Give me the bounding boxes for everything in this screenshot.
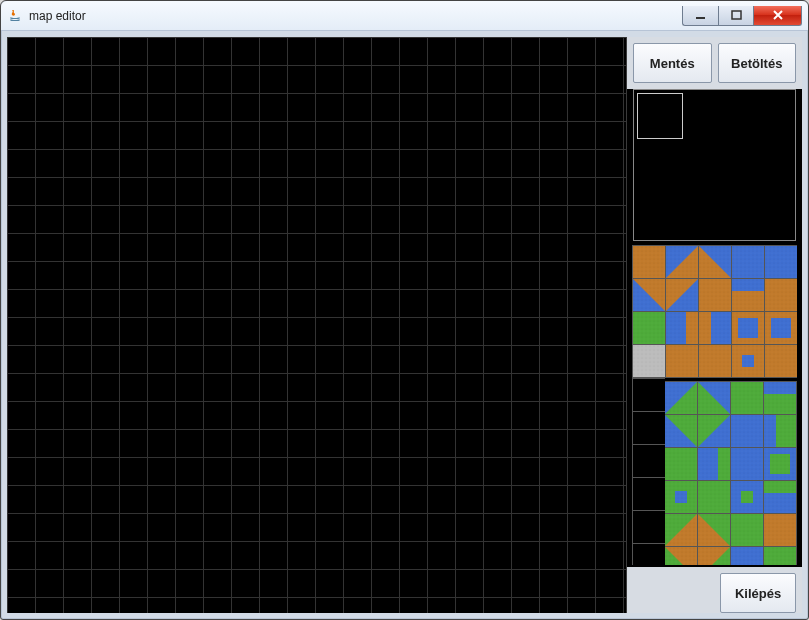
svg-rect-83 <box>764 448 796 480</box>
svg-rect-112 <box>731 547 763 565</box>
tile-blue-tri-tr[interactable] <box>699 246 731 278</box>
svg-rect-40 <box>765 312 797 344</box>
svg-rect-59 <box>731 382 763 414</box>
svg-rect-97 <box>665 514 697 546</box>
empty-tile-slot <box>633 445 665 477</box>
svg-rect-110 <box>698 547 730 565</box>
tile-blue-full[interactable] <box>731 448 763 480</box>
svg-rect-62 <box>764 382 796 414</box>
svg-rect-75 <box>665 448 697 480</box>
tile-green-tri-tl[interactable] <box>665 514 697 546</box>
svg-rect-51 <box>765 345 797 377</box>
tile-green-full[interactable] <box>665 448 697 480</box>
svg-rect-70 <box>731 415 763 447</box>
empty-tile-slot <box>633 511 665 543</box>
svg-rect-9 <box>699 246 731 278</box>
tile-blue-tri-br[interactable] <box>666 279 698 311</box>
svg-rect-94 <box>764 481 796 513</box>
tile-green-full[interactable] <box>764 547 796 565</box>
svg-rect-31 <box>666 312 698 344</box>
tile-gray-full[interactable] <box>633 345 665 377</box>
svg-rect-68 <box>698 415 730 447</box>
empty-tile-slot <box>633 544 665 565</box>
tile-green-small-in-blue[interactable] <box>731 481 763 513</box>
tile-blue-tri-br-g[interactable] <box>698 415 730 447</box>
load-button[interactable]: Betöltés <box>718 43 797 83</box>
tile-blue-full[interactable] <box>731 415 763 447</box>
tile-dirt-full[interactable] <box>699 279 731 311</box>
tile-blue-bar-top[interactable] <box>732 279 764 311</box>
tile-blue-small-in-green[interactable] <box>665 481 697 513</box>
empty-tile-slot <box>633 379 665 411</box>
palette-group-1 <box>632 245 797 378</box>
svg-rect-16 <box>633 279 665 311</box>
tile-green-tri-bl[interactable] <box>665 547 697 565</box>
svg-rect-104 <box>764 514 796 546</box>
tile-blue-tri-tl-g[interactable] <box>665 382 697 414</box>
tile-dirt-full[interactable] <box>699 345 731 377</box>
close-button[interactable] <box>754 6 802 26</box>
tile-dirt-full[interactable] <box>764 514 796 546</box>
tile-blue-small-in-dirt[interactable] <box>732 345 764 377</box>
svg-rect-28 <box>633 312 665 344</box>
save-button[interactable]: Mentés <box>633 43 712 83</box>
map-grid <box>7 37 626 613</box>
tile-blue-square-in-dirt[interactable] <box>765 312 797 344</box>
tile-green-bar-right[interactable] <box>698 448 730 480</box>
exit-button[interactable]: Kilépés <box>720 573 796 613</box>
tile-green-sq-in-blue[interactable] <box>764 448 796 480</box>
tile-dirt-bar-right[interactable] <box>666 312 698 344</box>
tile-dirt-full[interactable] <box>633 246 665 278</box>
svg-rect-26 <box>765 279 797 311</box>
tile-blue-bar-top-g[interactable] <box>764 382 796 414</box>
tile-blue-tri-bl[interactable] <box>633 279 665 311</box>
tile-preview[interactable] <box>633 89 796 241</box>
tile-blue-full[interactable] <box>765 246 797 278</box>
tile-green-full[interactable] <box>731 382 763 414</box>
empty-tile-slot <box>633 478 665 510</box>
tile-blue-tri-bl-g[interactable] <box>665 415 697 447</box>
tile-blue-square-in-dirt[interactable] <box>732 312 764 344</box>
tile-green-bar-top[interactable] <box>764 481 796 513</box>
minimize-button[interactable] <box>682 6 718 26</box>
svg-rect-42 <box>633 345 665 377</box>
svg-rect-80 <box>731 448 763 480</box>
svg-rect-54 <box>665 382 697 414</box>
tile-green-full[interactable] <box>698 481 730 513</box>
tile-dirt-full[interactable] <box>765 279 797 311</box>
svg-rect-107 <box>665 547 697 565</box>
svg-rect-0 <box>696 17 705 19</box>
maximize-button[interactable] <box>718 6 754 26</box>
tile-dirt-full[interactable] <box>666 345 698 377</box>
svg-rect-114 <box>764 547 796 565</box>
tile-green-full[interactable] <box>633 312 665 344</box>
tile-dirt-full[interactable] <box>765 345 797 377</box>
tile-blue-full[interactable] <box>731 547 763 565</box>
svg-rect-19 <box>666 279 698 311</box>
svg-rect-65 <box>665 415 697 447</box>
svg-rect-24 <box>732 279 764 311</box>
svg-rect-78 <box>698 448 730 480</box>
svg-rect-88 <box>698 481 730 513</box>
map-canvas[interactable] <box>7 37 626 613</box>
tile-blue-tri-tr-g[interactable] <box>698 382 730 414</box>
tile-blue-bar-left-g[interactable] <box>764 415 796 447</box>
palette-group-2 <box>665 381 797 565</box>
tile-dirt-bar-left[interactable] <box>699 312 731 344</box>
tile-green-tri-tr[interactable] <box>698 514 730 546</box>
tile-palette <box>632 245 797 565</box>
java-icon <box>7 8 23 24</box>
preview-selection <box>637 93 683 139</box>
tile-blue-tri-tl[interactable] <box>666 246 698 278</box>
svg-rect-102 <box>731 514 763 546</box>
tile-green-full[interactable] <box>731 514 763 546</box>
svg-rect-34 <box>699 312 731 344</box>
titlebar[interactable]: map editor <box>1 1 808 31</box>
svg-rect-13 <box>765 246 797 278</box>
svg-rect-21 <box>699 279 731 311</box>
svg-rect-73 <box>764 415 796 447</box>
window-controls <box>682 6 802 26</box>
tile-green-tri-br[interactable] <box>698 547 730 565</box>
tile-blue-full[interactable] <box>732 246 764 278</box>
client-area: Mentés Betöltés Kilépés <box>7 37 802 613</box>
